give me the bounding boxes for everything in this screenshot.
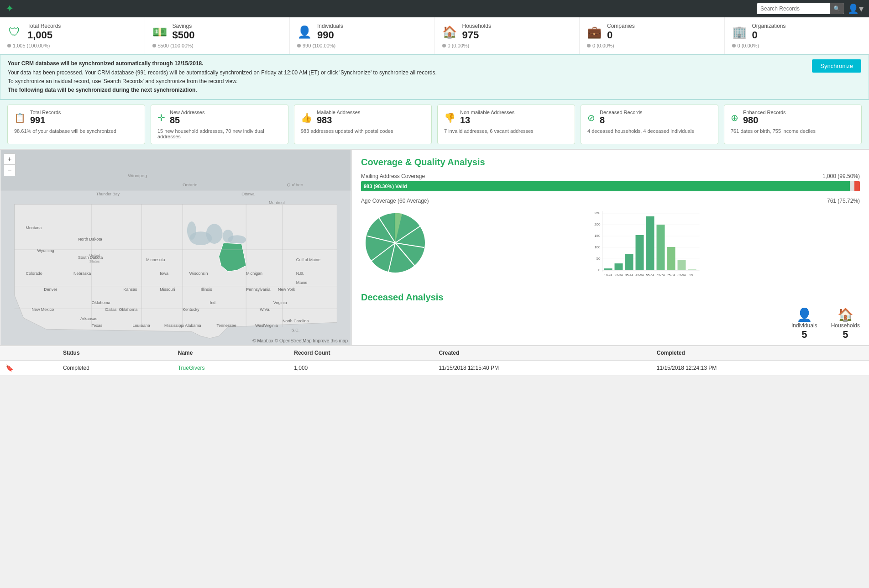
svg-text:N.B.: N.B.	[296, 271, 304, 276]
svg-text:Ottawa: Ottawa	[241, 192, 254, 196]
sync-enhanced: ⊕ Enhanced Records 980 761 dates or birt…	[724, 105, 862, 144]
svg-text:Mississippi Alabama: Mississippi Alabama	[164, 323, 201, 328]
person-icon: 👤	[297, 25, 312, 39]
svg-text:35-44: 35-44	[625, 273, 633, 277]
sync-enhanced-label: Enhanced Records	[743, 110, 786, 115]
svg-rect-91	[657, 225, 665, 270]
svg-text:New York: New York	[278, 287, 295, 292]
svg-text:65-74: 65-74	[657, 273, 665, 277]
svg-text:North Carolina: North Carolina	[283, 319, 309, 323]
stat-companies: 💼 Companies 0 0 (0.00%)	[580, 17, 725, 54]
svg-text:Dallas: Dallas	[105, 307, 117, 312]
svg-text:Michigan: Michigan	[246, 271, 262, 276]
svg-text:Missouri: Missouri	[160, 287, 175, 292]
svg-text:Ontario: Ontario	[183, 182, 198, 187]
sync-nonmailable: 👎 Non-mailable Addresses 13 7 invalid ad…	[437, 105, 575, 144]
sync-line4: The following data will be synchronized …	[8, 87, 197, 93]
record-name-link[interactable]: TrueGivers	[178, 365, 205, 371]
svg-text:Ind.: Ind.	[210, 301, 217, 305]
sync-nonmail-desc: 7 invalid addresses, 6 vacant addresses	[444, 128, 568, 134]
deceased-households: 🏠 Households 5	[831, 307, 860, 341]
nav-right: 🔍 👤▾	[757, 3, 864, 14]
svg-text:250: 250	[594, 211, 601, 215]
zoom-out-button[interactable]: −	[4, 165, 15, 176]
svg-text:Montreal: Montreal	[269, 201, 285, 205]
coverage-bar-valid: 983 (98.30%) Valid	[361, 181, 850, 191]
col-name: Name	[173, 346, 289, 360]
deceased-households-label: Households	[831, 322, 860, 329]
svg-text:North Dakota: North Dakota	[78, 237, 102, 242]
svg-point-5	[228, 235, 246, 244]
sync-mailable: 👍 Mailable Addresses 983 983 addresses u…	[294, 105, 432, 144]
briefcase-icon: 💼	[587, 25, 602, 39]
svg-text:200: 200	[594, 222, 601, 226]
sync-stats-row: 📋 Total Records 991 98.61% of your datab…	[0, 100, 869, 149]
svg-rect-89	[646, 216, 654, 270]
sync-line1: Your CRM database will be synchronized a…	[8, 60, 204, 67]
sync-addr-desc: 15 new household addresses, 70 new indiv…	[157, 128, 282, 139]
deceased-individuals: 👤 Individuals 5	[791, 307, 817, 341]
mailing-address-count: 1,000 (99.50%)	[822, 173, 860, 179]
savings-sub: $500 (100.00%)	[158, 43, 194, 48]
svg-text:95+: 95+	[690, 273, 695, 277]
us-map-svg: Montana Wyoming North Dakota South Dakot…	[0, 150, 351, 345]
svg-text:150: 150	[594, 234, 601, 238]
svg-text:Wyoming: Wyoming	[37, 248, 54, 253]
coverage-bar-invalid	[854, 181, 860, 191]
age-coverage-row: Age Coverage (60 Average) 761 (75.72%)	[361, 198, 860, 204]
table-section: Status Name Record Count Created Complet…	[0, 345, 869, 376]
deceased-individuals-value: 5	[801, 329, 807, 341]
svg-text:100: 100	[594, 245, 601, 249]
app-logo: ✦	[5, 3, 14, 15]
thumbup-icon: 👍	[301, 112, 312, 123]
svg-rect-95	[678, 260, 686, 270]
svg-text:Virginia: Virginia	[273, 301, 287, 305]
organizations-label: Organizations	[752, 23, 786, 29]
svg-text:New Mexico: New Mexico	[31, 307, 54, 312]
search-box: 🔍	[757, 3, 844, 14]
svg-rect-93	[667, 247, 675, 270]
sync-enhanced-value: 980	[743, 115, 786, 126]
zoom-in-button[interactable]: +	[4, 154, 15, 165]
svg-text:Texas: Texas	[92, 323, 103, 328]
map-panel: + −	[0, 150, 351, 345]
sync-deceased-desc: 4 deceased households, 4 deceased indivi…	[587, 128, 712, 134]
individuals-label: Individuals	[317, 23, 343, 29]
svg-text:85-94: 85-94	[678, 273, 686, 277]
svg-rect-97	[688, 269, 696, 270]
synchronize-button[interactable]: Synchronize	[812, 59, 861, 73]
organizations-sub: 0 (0.00%)	[738, 43, 759, 48]
col-status: Status	[58, 346, 173, 360]
sync-mail-value: 983	[317, 115, 360, 126]
table-row: 🔖 Completed TrueGivers 1,000 11/15/2018 …	[0, 360, 869, 376]
sync-addr-label: New Addresses	[170, 110, 204, 115]
sync-deceased-label: Deceased Records	[600, 110, 643, 115]
stat-organizations: 🏢 Organizations 0 0 (0.00%)	[725, 17, 869, 54]
user-menu-icon[interactable]: 👤▾	[848, 3, 864, 14]
sync-total-desc: 98.61% of your database will be synchron…	[14, 128, 138, 134]
stat-households: 🏠 Households 975 0 (0.00%)	[435, 17, 580, 54]
sync-deceased-value: 8	[600, 115, 643, 126]
sync-mail-desc: 983 addresses updated with postal codes	[301, 128, 425, 134]
search-input[interactable]	[757, 4, 830, 14]
col-count: Record Count	[288, 346, 433, 360]
charts-area: 250 200 150 100 50 0	[361, 209, 860, 283]
deceased-person-icon: 👤	[796, 307, 812, 322]
col-icon	[0, 346, 58, 360]
sync-deceased: ⊘ Deceased Records 8 4 deceased househol…	[581, 105, 718, 144]
savings-label: Savings	[173, 23, 195, 29]
deceased-section: Deceased Analysis 👤 Individuals 5 🏠 Hous…	[361, 292, 860, 341]
total-records-value: 1,005	[27, 29, 61, 41]
svg-text:Minnesota: Minnesota	[146, 257, 165, 262]
svg-text:18-24: 18-24	[604, 273, 612, 277]
green-bookmark-icon: 🔖	[5, 364, 13, 372]
svg-text:Maine: Maine	[296, 280, 307, 285]
bar-chart: 250 200 150 100 50 0	[434, 209, 860, 283]
savings-value: $500	[173, 29, 195, 41]
organizations-value: 0	[752, 29, 786, 41]
shield-icon: 🛡	[7, 25, 22, 39]
search-button[interactable]: 🔍	[830, 3, 844, 14]
svg-text:45-54: 45-54	[636, 273, 644, 277]
svg-text:Wash.: Wash.	[255, 323, 267, 328]
svg-text:Denver: Denver	[44, 287, 57, 292]
